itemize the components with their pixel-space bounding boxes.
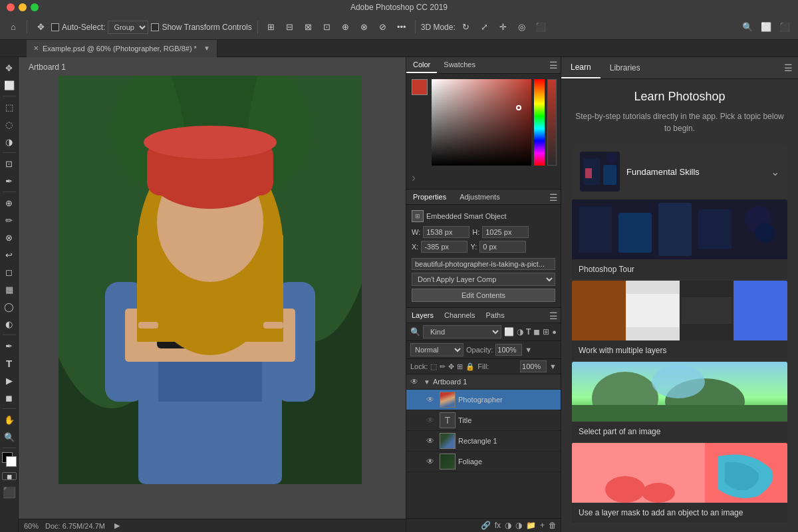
move-tool[interactable]: ✥	[1, 60, 17, 76]
lasso-tool[interactable]: ◌	[1, 116, 17, 132]
workspace-icon[interactable]: ⬜	[758, 19, 774, 35]
link-layers-icon[interactable]: 🔗	[481, 521, 491, 530]
fundamental-skills-chevron-icon[interactable]: ⌄	[771, 166, 779, 178]
tab-paths[interactable]: Paths	[481, 308, 510, 323]
minimize-button[interactable]	[19, 3, 27, 11]
layers-adjust-icon[interactable]: ◑	[517, 327, 523, 336]
eraser-tool[interactable]: ◻	[1, 264, 17, 280]
three-d-video-icon[interactable]: ⬛	[533, 19, 549, 35]
y-field[interactable]	[479, 241, 526, 253]
blend-mode-dropdown[interactable]: Normal	[410, 343, 464, 356]
arrange-windows-icon[interactable]: ⬛	[777, 19, 793, 35]
history-brush-tool[interactable]: ↩	[1, 247, 17, 263]
x-field[interactable]	[421, 241, 467, 253]
learn-card-multiple-layers[interactable]: Work with multiple layers	[572, 281, 787, 360]
three-d-camera-icon[interactable]: ◎	[514, 19, 530, 35]
path-select-tool[interactable]: ▶	[1, 372, 17, 388]
artboard-tool[interactable]: ⬜	[1, 77, 17, 93]
layer-mask-icon[interactable]: ◑	[505, 521, 511, 530]
lock-transparent-icon[interactable]: ⬚	[430, 362, 437, 371]
tab-close-icon[interactable]: ✕	[33, 45, 39, 52]
new-layer-icon[interactable]: +	[540, 521, 545, 530]
move-icon[interactable]: ✥	[33, 19, 49, 35]
edit-contents-button[interactable]: Edit Contents	[412, 289, 555, 302]
tab-color[interactable]: Color	[406, 57, 437, 73]
tab-libraries[interactable]: Libraries	[600, 58, 650, 78]
dodge-tool[interactable]: ◐	[1, 316, 17, 332]
align-right-icon[interactable]: ⊠	[301, 19, 317, 35]
align-left-icon[interactable]: ⊞	[263, 19, 279, 35]
more-icon[interactable]: •••	[394, 19, 410, 35]
tab-swatches[interactable]: Swatches	[437, 57, 482, 73]
alpha-bar[interactable]	[547, 79, 557, 166]
layers-smart-icon[interactable]: ⊞	[543, 327, 549, 336]
auto-select-checkbox[interactable]	[51, 23, 59, 31]
close-button[interactable]	[7, 3, 15, 11]
lock-all-icon[interactable]: 🔒	[466, 362, 475, 371]
fill-field[interactable]	[520, 360, 547, 372]
brush-tool[interactable]: ✏	[1, 212, 17, 228]
color-hue-bar[interactable]	[534, 79, 545, 166]
shape-tool[interactable]: ◼	[1, 390, 17, 406]
three-d-move-icon[interactable]: ⤢	[477, 19, 493, 35]
props-panel-menu-icon[interactable]: ☰	[549, 192, 558, 203]
tab-adjustments[interactable]: Adjustments	[453, 190, 507, 204]
crop-tool[interactable]: ⊡	[1, 156, 17, 172]
height-field[interactable]	[482, 226, 529, 238]
tab-properties[interactable]: Properties	[406, 190, 453, 204]
distribute-icon[interactable]: ⊕	[338, 19, 354, 35]
layer-comp-dropdown[interactable]: Don't Apply Layer Comp	[412, 273, 555, 286]
color-bracket-icon[interactable]: ›	[412, 171, 416, 185]
arrange-icon[interactable]: ⊘	[375, 19, 391, 35]
marquee-tool[interactable]: ⬚	[1, 99, 17, 115]
color-gradient-picker[interactable]	[432, 79, 531, 166]
opacity-field[interactable]	[495, 344, 522, 356]
status-arrow[interactable]: ▶	[114, 521, 120, 530]
color-gradient-cursor[interactable]	[516, 105, 521, 110]
tab-channels[interactable]: Channels	[439, 308, 480, 323]
learn-card-photoshop-tour[interactable]: Photoshop Tour	[572, 200, 787, 279]
tab-layers[interactable]: Layers	[406, 308, 439, 323]
artboard-expand-icon[interactable]: ▼	[424, 378, 430, 386]
maximize-button[interactable]	[31, 3, 39, 11]
type-tool[interactable]: T	[1, 355, 17, 371]
align-center-icon[interactable]: ⊟	[282, 19, 298, 35]
title-visibility-icon[interactable]: 👁	[426, 416, 437, 425]
align-top-icon[interactable]: ⊡	[319, 19, 335, 35]
layer-fx-icon[interactable]: fx	[495, 521, 501, 530]
layers-type-icon[interactable]: T	[526, 327, 531, 336]
quick-select-tool[interactable]: ◑	[1, 134, 17, 150]
rectangle-visibility-icon[interactable]: 👁	[426, 436, 437, 446]
background-color[interactable]	[6, 456, 17, 467]
distribute-v-icon[interactable]: ⊗	[356, 19, 372, 35]
new-group-icon[interactable]: 📁	[526, 521, 536, 530]
lock-artboard-icon[interactable]: ⊞	[457, 362, 463, 371]
foliage-visibility-icon[interactable]: 👁	[426, 457, 437, 466]
screen-mode-icon[interactable]: ⬛	[1, 484, 17, 500]
layer-photographer[interactable]: 👁 Photographer	[406, 390, 561, 410]
delete-layer-icon[interactable]: 🗑	[549, 521, 557, 530]
fundamental-skills-header[interactable]: Fundamental Skills ⌄	[572, 145, 787, 198]
new-fill-layer-icon[interactable]: ◑	[515, 521, 522, 530]
search-icon[interactable]: 🔍	[739, 19, 755, 35]
opacity-arrow-icon[interactable]: ▼	[525, 346, 532, 354]
layer-rectangle[interactable]: 👁 Rectangle 1	[406, 431, 561, 452]
show-transform-checkbox[interactable]	[151, 23, 159, 31]
blur-tool[interactable]: ◯	[1, 299, 17, 315]
artboard-visibility-icon[interactable]: 👁	[410, 377, 421, 386]
three-d-rotate-icon[interactable]: ↻	[458, 19, 474, 35]
auto-select-dropdown[interactable]: Group	[108, 21, 148, 34]
three-d-scale-icon[interactable]: ✛	[495, 19, 511, 35]
layers-kind-dropdown[interactable]: Kind	[423, 325, 501, 338]
learn-panel-menu-icon[interactable]: ☰	[784, 63, 793, 73]
quick-mask-icon[interactable]: ◼	[2, 472, 17, 480]
clone-tool[interactable]: ⊗	[1, 229, 17, 245]
layer-title[interactable]: 👁 T Title	[406, 410, 561, 431]
zoom-tool[interactable]: 🔍	[1, 429, 17, 445]
eyedropper-tool[interactable]: ✒	[1, 173, 17, 189]
tab-learn[interactable]: Learn	[561, 57, 600, 78]
layers-panel-menu-icon[interactable]: ☰	[549, 311, 558, 321]
lock-move-icon[interactable]: ✥	[448, 362, 454, 371]
width-field[interactable]	[423, 226, 469, 238]
photographer-visibility-icon[interactable]: 👁	[426, 395, 437, 404]
